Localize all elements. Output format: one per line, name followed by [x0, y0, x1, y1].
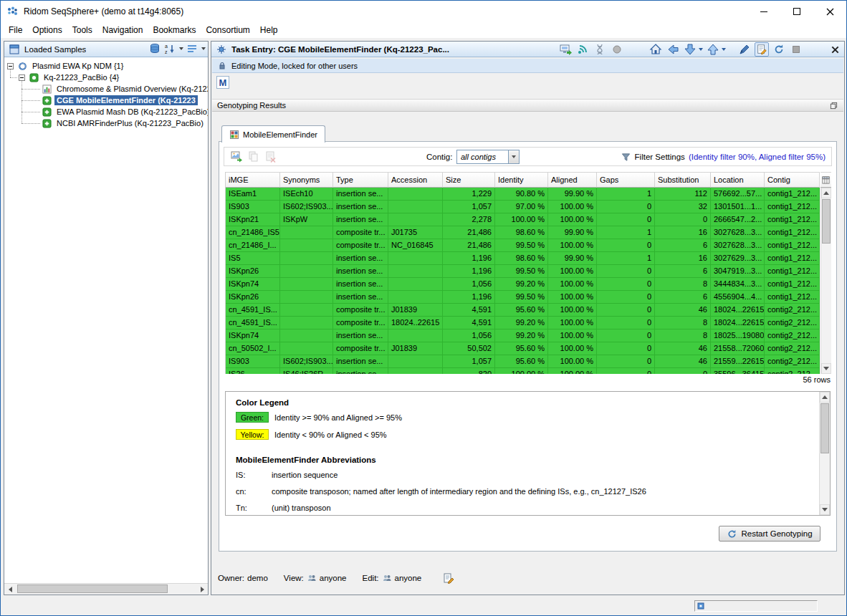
- scrollbar-track[interactable]: [16, 584, 196, 595]
- scroll-down-button[interactable]: [821, 363, 831, 374]
- signal-icon[interactable]: [575, 42, 590, 57]
- tree-item-project[interactable]: Plasmid EWA Kp NDM {1}: [7, 60, 125, 72]
- scrollbar-thumb[interactable]: [822, 199, 831, 244]
- stop-icon[interactable]: [789, 42, 803, 57]
- back-arrow-icon[interactable]: [666, 42, 680, 57]
- task-header-icon: [215, 43, 228, 56]
- sort-caret-icon[interactable]: [179, 47, 183, 50]
- scroll-up-button[interactable]: [821, 188, 831, 198]
- close-button[interactable]: [813, 1, 846, 22]
- tree-item-plasmid-mash[interactable]: EWA Plasmid Mash DB (Kq-21223_PacBio): [42, 106, 208, 117]
- table-row[interactable]: ISEam1 ISEch10 insertion se... 1,229 90.…: [226, 188, 820, 201]
- menu-item[interactable]: Help: [255, 23, 283, 37]
- table-row[interactable]: cn_4591_IS... composite tr... J01839 4,5…: [226, 304, 820, 317]
- column-header-size[interactable]: Size: [443, 172, 495, 188]
- tab-mobile-element-finder[interactable]: MobileElementFinder: [221, 125, 325, 143]
- table-row[interactable]: IS5 insertion se... 1,196 98.60 % 99.90 …: [226, 252, 820, 265]
- table-row[interactable]: cn_21486_I... composite tr... NC_016845 …: [226, 239, 820, 252]
- cell-contig: contig2_212...: [765, 368, 820, 374]
- refresh-icon[interactable]: [772, 42, 786, 57]
- menu-item[interactable]: Bookmarks: [148, 23, 201, 37]
- cell-location: 2666547...2...: [711, 213, 765, 226]
- copy-table-icon[interactable]: [247, 150, 260, 163]
- scrollbar-thumb[interactable]: [17, 584, 168, 593]
- edit-mode-icon[interactable]: [755, 42, 769, 57]
- edit-permissions-icon[interactable]: [443, 572, 454, 584]
- column-header-aligned[interactable]: Aligned: [548, 172, 597, 188]
- cell-identity: 95.60 %: [495, 304, 548, 317]
- cell-type: insertion se...: [333, 329, 388, 342]
- view-menu-caret-icon[interactable]: [201, 47, 206, 50]
- table-row[interactable]: ISKpn26 insertion se... 1,196 99.50 % 10…: [226, 265, 820, 278]
- menu-item[interactable]: Consortium: [201, 23, 254, 37]
- column-header-location[interactable]: Location: [711, 172, 765, 188]
- close-task-icon[interactable]: [828, 42, 842, 57]
- menu-item[interactable]: Options: [27, 23, 67, 37]
- tree-item-amrfinderplus[interactable]: NCBI AMRFinderPlus (Kq-21223_PacBio): [42, 117, 206, 129]
- scroll-down-button[interactable]: [820, 504, 830, 515]
- contig-select-caret[interactable]: [508, 150, 519, 163]
- cell-location: 3444834...3...: [711, 278, 765, 291]
- dna-icon[interactable]: [593, 42, 607, 57]
- cell-identity: 95.60 %: [495, 355, 548, 368]
- tree-item-mobile-element-finder[interactable]: CGE MobileElementFinder (Kq-21223: [42, 95, 198, 106]
- menu-item[interactable]: File: [4, 23, 27, 37]
- table-row[interactable]: ISKpn21 ISKpW insertion se... 2,278 100.…: [226, 213, 820, 226]
- column-header-gaps[interactable]: Gaps: [597, 172, 655, 188]
- filter-settings[interactable]: Filter Settings (Identity filter 90%, Al…: [621, 152, 826, 162]
- menu-item[interactable]: Tools: [67, 23, 97, 37]
- table-row[interactable]: cn_21486_IS5 composite tr... J01735 21,4…: [226, 226, 820, 239]
- contig-select[interactable]: all contigs: [456, 150, 520, 164]
- jump-down-icon[interactable]: [683, 42, 697, 57]
- table-row[interactable]: ISKpn74 insertion se... 1,056 99.20 % 10…: [226, 278, 820, 291]
- table-row[interactable]: cn_4591_IS... composite tr... 18024..226…: [226, 317, 820, 329]
- cell-imge: ISEam1: [226, 188, 280, 201]
- minimize-button[interactable]: [747, 1, 780, 22]
- table-scrollbar[interactable]: [820, 188, 831, 374]
- view-menu-icon[interactable]: [186, 42, 198, 55]
- database-icon[interactable]: [148, 42, 161, 55]
- restart-genotyping-button[interactable]: Restart Genotyping: [719, 526, 820, 542]
- jump-up-icon[interactable]: [706, 42, 720, 57]
- scroll-up-button[interactable]: [820, 392, 830, 403]
- collapse-expander-icon[interactable]: [7, 63, 14, 69]
- table-row[interactable]: IS903 IS602;IS903... insertion se... 1,0…: [226, 355, 820, 368]
- maximize-button[interactable]: [780, 1, 813, 22]
- samples-horizontal-scrollbar[interactable]: [4, 583, 208, 595]
- filter-settings-label[interactable]: Filter Settings: [635, 153, 685, 161]
- menu-item[interactable]: Navigation: [97, 23, 148, 37]
- sign-pen-icon[interactable]: [737, 42, 752, 57]
- scrollbar-thumb[interactable]: [820, 403, 829, 453]
- cell-location: 1301501...1...: [711, 201, 765, 213]
- sort-icon[interactable]: az: [163, 42, 176, 55]
- export-view-icon[interactable]: [558, 42, 573, 57]
- column-header-substitution[interactable]: Substitution: [655, 172, 711, 188]
- column-header-accession[interactable]: Accession: [388, 172, 443, 188]
- jump-down-caret-icon[interactable]: [699, 48, 703, 51]
- jump-up-caret-icon[interactable]: [722, 48, 726, 51]
- column-selector-button[interactable]: [820, 172, 831, 188]
- tree-item-sample[interactable]: Kq-21223_PacBio {4}: [19, 72, 121, 83]
- column-header-type[interactable]: Type: [333, 172, 388, 188]
- export-file-icon[interactable]: [264, 150, 277, 163]
- collapse-expander-icon[interactable]: [19, 74, 25, 81]
- column-header-identity[interactable]: Identity: [495, 172, 548, 188]
- column-header-imge[interactable]: iMGE: [226, 172, 280, 188]
- task-entry-icon: [42, 118, 52, 128]
- legend-scrollbar[interactable]: [819, 392, 830, 515]
- filter-settings-values[interactable]: (Identity filter 90%, Aligned filter 95%…: [689, 153, 826, 161]
- detach-panel-icon[interactable]: [828, 100, 838, 110]
- home-icon[interactable]: [649, 42, 663, 57]
- table-row[interactable]: ISKpn26 insertion se... 1,196 99.50 % 10…: [226, 291, 820, 304]
- column-header-contig[interactable]: Contig: [765, 172, 820, 188]
- table-row[interactable]: IS903 IS602;IS903... insertion se... 1,0…: [226, 201, 820, 213]
- table-row[interactable]: IS26 IS46;IS26R... insertion se... 820 1…: [226, 368, 820, 374]
- tree-item-overview[interactable]: Chromosome & Plasmid Overview (Kq-2122: [42, 83, 208, 95]
- scroll-right-button[interactable]: [196, 584, 208, 595]
- scroll-left-button[interactable]: [4, 584, 16, 595]
- export-image-icon[interactable]: [230, 150, 243, 163]
- table-row[interactable]: ISKpn74 insertion se... 1,056 99.20 % 10…: [226, 329, 820, 342]
- column-header-synonyms[interactable]: Synonyms: [280, 172, 333, 188]
- table-row[interactable]: cn_50502_I... composite tr... J01839 50,…: [226, 342, 820, 355]
- cell-type: composite tr...: [333, 317, 388, 329]
